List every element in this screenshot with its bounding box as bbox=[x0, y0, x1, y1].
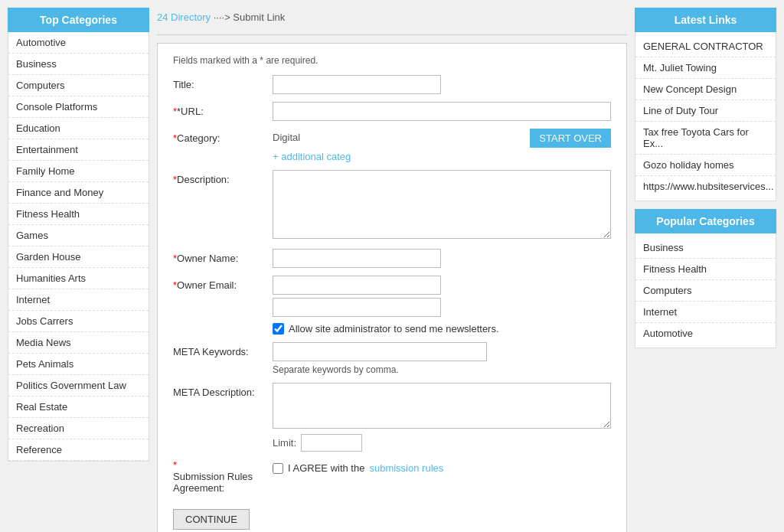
popular-category-item[interactable]: Computers bbox=[635, 280, 776, 302]
submission-rules-link[interactable]: Submission Rules Agreement: bbox=[173, 471, 273, 494]
continue-row: CONTINUE bbox=[173, 501, 611, 530]
breadcrumb-arrow: ····> bbox=[214, 11, 234, 23]
submission-rules-label: *Submission Rules Agreement: bbox=[173, 459, 273, 494]
sidebar-item[interactable]: Family Home bbox=[8, 161, 149, 182]
required-notice: Fields marked with a * are required. bbox=[173, 55, 611, 66]
submission-rules-field: I AGREE with the submission rules bbox=[273, 459, 443, 474]
agree-text: I AGREE with the bbox=[288, 462, 364, 474]
owner-email-row: *Owner Email: Allow site administrator t… bbox=[173, 276, 611, 335]
latest-links-header: Latest Links bbox=[635, 8, 776, 32]
newsletter-checkbox[interactable] bbox=[273, 323, 284, 335]
sidebar-item[interactable]: Education bbox=[8, 118, 149, 139]
category-field: Digital START OVER + additional categ bbox=[273, 129, 611, 162]
owner-name-field bbox=[273, 249, 611, 268]
limit-input[interactable]: 250 bbox=[301, 434, 362, 452]
latest-links-list: GENERAL CONTRACTORMt. Juliet TowingNew C… bbox=[635, 32, 776, 201]
owner-name-label: *Owner Name: bbox=[173, 249, 273, 264]
right-sidebar: Latest Links GENERAL CONTRACTORMt. Julie… bbox=[635, 8, 776, 532]
breadcrumb-home-link[interactable]: 24 Directory bbox=[157, 11, 211, 23]
sidebar-item[interactable]: Automotive bbox=[8, 32, 149, 54]
left-sidebar-header: Top Categories bbox=[8, 8, 149, 32]
title-label: Title: bbox=[173, 75, 273, 90]
sidebar-item[interactable]: Jobs Carrers bbox=[8, 311, 149, 332]
owner-email-input-1[interactable] bbox=[273, 276, 441, 295]
description-row: *Description: bbox=[173, 170, 611, 241]
latest-link-item[interactable]: GENERAL CONTRACTOR bbox=[635, 36, 776, 57]
meta-keywords-row: META Keywords: Separate keywords by comm… bbox=[173, 342, 611, 375]
meta-description-textarea[interactable] bbox=[273, 383, 611, 429]
agree-row: I AGREE with the submission rules bbox=[273, 462, 443, 474]
limit-label: Limit: bbox=[273, 437, 296, 449]
title-input[interactable] bbox=[273, 75, 441, 94]
popular-category-item[interactable]: Automotive bbox=[635, 323, 776, 344]
owner-name-row: *Owner Name: bbox=[173, 249, 611, 268]
popular-categories-section: Popular Categories BusinessFitness Healt… bbox=[635, 209, 776, 348]
sidebar-item[interactable]: Garden House bbox=[8, 246, 149, 268]
latest-link-item[interactable]: Mt. Juliet Towing bbox=[635, 57, 776, 79]
sidebar-item[interactable]: Fitness Health bbox=[8, 204, 149, 225]
description-textarea[interactable] bbox=[273, 170, 611, 239]
latest-link-item[interactable]: Tax free Toyota Cars for Ex... bbox=[635, 122, 776, 155]
category-label: *Category: bbox=[173, 129, 273, 144]
sidebar-item[interactable]: Games bbox=[8, 225, 149, 246]
limit-row: Limit: 250 bbox=[273, 434, 611, 452]
meta-keywords-field: Separate keywords by comma. bbox=[273, 342, 611, 375]
popular-category-item[interactable]: Business bbox=[635, 237, 776, 259]
title-row: Title: bbox=[173, 75, 611, 94]
latest-links-section: Latest Links GENERAL CONTRACTORMt. Julie… bbox=[635, 8, 776, 201]
sidebar-item[interactable]: Console Platforms bbox=[8, 96, 149, 118]
latest-link-item[interactable]: https://www.hubsiteservices... bbox=[635, 176, 776, 197]
sidebar-item[interactable]: Media News bbox=[8, 332, 149, 354]
sidebar-item[interactable]: Computers bbox=[8, 75, 149, 96]
url-label: **URL: bbox=[173, 102, 273, 117]
sidebar-item[interactable]: Pets Animals bbox=[8, 354, 149, 375]
sidebar-item[interactable]: Politics Government Law bbox=[8, 375, 149, 397]
breadcrumb-divider bbox=[157, 34, 627, 35]
submission-rules-link-text[interactable]: submission rules bbox=[369, 462, 443, 474]
owner-email-input-2[interactable] bbox=[273, 298, 441, 317]
meta-keywords-input[interactable] bbox=[273, 342, 487, 361]
left-sidebar: Top Categories AutomotiveBusinessCompute… bbox=[8, 8, 149, 532]
latest-link-item[interactable]: Line of Duty Tour bbox=[635, 100, 776, 122]
owner-email-label: *Owner Email: bbox=[173, 276, 273, 291]
continue-button[interactable]: CONTINUE bbox=[173, 509, 250, 530]
sidebar-item[interactable]: Finance and Money bbox=[8, 182, 149, 204]
main-content: 24 Directory ····> Submit Link Fields ma… bbox=[157, 8, 627, 532]
sidebar-item[interactable]: Business bbox=[8, 54, 149, 75]
sidebar-item[interactable]: Reference bbox=[8, 439, 149, 461]
meta-keywords-label: META Keywords: bbox=[173, 342, 273, 357]
url-row: **URL: bbox=[173, 102, 611, 121]
start-over-button[interactable]: START OVER bbox=[530, 129, 611, 148]
url-field bbox=[273, 102, 611, 121]
sidebar-item[interactable]: Recreation bbox=[8, 418, 149, 439]
owner-email-field: Allow site administrator to send me news… bbox=[273, 276, 611, 335]
sidebar-item[interactable]: Real Estate bbox=[8, 397, 149, 418]
left-sidebar-list: AutomotiveBusinessComputersConsole Platf… bbox=[8, 32, 149, 462]
category-value: Digital bbox=[273, 132, 300, 143]
sidebar-item[interactable]: Entertainment bbox=[8, 139, 149, 161]
agree-checkbox[interactable] bbox=[273, 463, 283, 474]
submission-rules-row: *Submission Rules Agreement: I AGREE wit… bbox=[173, 459, 611, 494]
breadcrumb: 24 Directory ····> Submit Link bbox=[157, 8, 627, 27]
popular-categories-list: BusinessFitness HealthComputersInternetA… bbox=[635, 233, 776, 348]
meta-description-label: META Description: bbox=[173, 383, 273, 398]
popular-category-item[interactable]: Internet bbox=[635, 302, 776, 323]
newsletter-row: Allow site administrator to send me news… bbox=[273, 323, 611, 335]
additional-category-link[interactable]: + additional categ bbox=[273, 151, 611, 162]
popular-category-item[interactable]: Fitness Health bbox=[635, 259, 776, 280]
newsletter-label: Allow site administrator to send me news… bbox=[289, 323, 499, 335]
title-field bbox=[273, 75, 611, 94]
submit-link-form: Fields marked with a * are required. Tit… bbox=[157, 43, 627, 532]
url-input[interactable] bbox=[273, 102, 611, 121]
category-row: *Category: Digital START OVER + addition… bbox=[173, 129, 611, 162]
latest-link-item[interactable]: New Concept Design bbox=[635, 79, 776, 100]
latest-link-item[interactable]: Gozo holiday homes bbox=[635, 155, 776, 176]
sidebar-item[interactable]: Humanities Arts bbox=[8, 268, 149, 289]
sidebar-item[interactable]: Internet bbox=[8, 289, 149, 311]
meta-description-field: Limit: 250 bbox=[273, 383, 611, 452]
owner-name-input[interactable] bbox=[273, 249, 441, 268]
keywords-hint: Separate keywords by comma. bbox=[273, 364, 611, 375]
popular-categories-header: Popular Categories bbox=[635, 209, 776, 233]
description-label: *Description: bbox=[173, 170, 273, 185]
description-field bbox=[273, 170, 611, 241]
